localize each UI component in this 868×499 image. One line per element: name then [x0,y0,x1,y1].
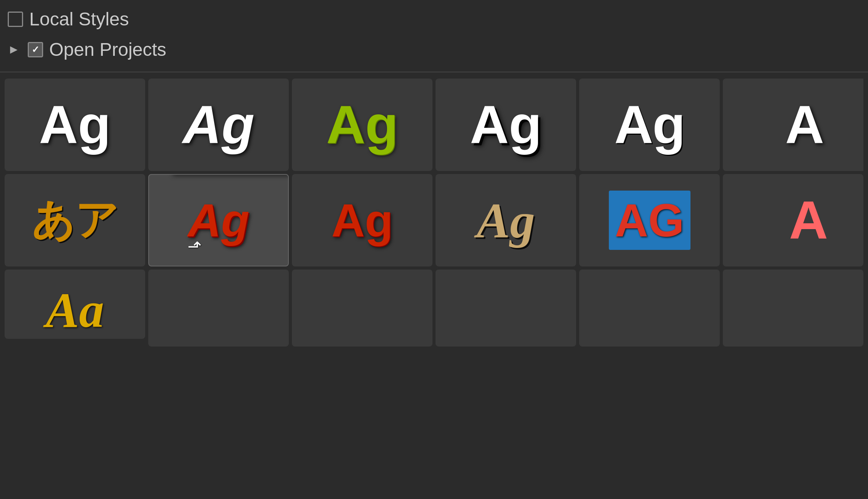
open-projects-checkbox[interactable]: ✓ [28,42,43,57]
style-preview-text: あア [32,192,119,249]
style-grid-row1: Ag Ag Ag Ag Ag A [0,75,868,174]
style-card-partial[interactable]: A [723,79,863,171]
style-preview-text: A [785,94,824,156]
tooltip-container: Set as linked style [172,174,289,174]
style-card-jp[interactable]: あア [5,174,145,266]
style-preview-text: Ag [332,194,393,247]
style-grid-row2: あア Ag Set as linked style ⬏ Ag Ag AG A [0,174,868,270]
style-card-shadow[interactable]: Ag [436,79,576,171]
style-preview-text: AG [609,191,690,250]
style-preview-text: Ag [183,94,255,156]
style-card-row3-4[interactable] [436,270,576,347]
style-preview-text: Ag [614,94,685,156]
style-card-row3-2[interactable] [148,270,289,347]
top-bar: Local Styles ► ✓ Open Projects [0,0,868,69]
local-styles-label: Local Styles [29,8,129,30]
style-card-red-italic[interactable]: Ag Set as linked style ⬏ [148,174,289,266]
style-card-blue-red[interactable]: AG [579,174,720,266]
style-card-thin-shadow[interactable]: Ag [579,79,720,171]
style-card-pink-partial[interactable]: A [723,174,863,266]
open-projects-label: Open Projects [49,39,166,60]
style-preview-text: A [789,189,828,251]
header-divider [0,72,868,72]
set-linked-style-button[interactable]: Set as linked style [172,174,289,174]
style-card-script[interactable]: Aa [5,270,145,339]
style-preview-text: Ag [326,94,398,156]
style-card-green[interactable]: Ag [292,79,432,171]
style-card-row3-6[interactable] [723,270,863,347]
local-styles-row: Local Styles [8,4,860,34]
style-preview-text: Ag [188,194,250,247]
open-projects-row: ► ✓ Open Projects [8,34,860,65]
style-preview-text: Ag [39,94,111,156]
style-preview-text: Ag [470,94,542,156]
chevron-right-icon[interactable]: ► [8,42,20,57]
check-mark-icon: ✓ [32,44,39,55]
style-card-tan[interactable]: Ag [436,174,576,266]
style-card-italic[interactable]: Ag [148,79,289,171]
style-card-plain[interactable]: Ag [5,79,145,171]
style-card-row3-5[interactable] [579,270,720,347]
local-styles-checkbox[interactable] [8,12,23,27]
style-grid-row3: Aa [0,270,868,350]
style-preview-text: Ag [477,191,535,249]
style-card-red-bold[interactable]: Ag [292,174,432,266]
style-preview-text: Aa [46,281,104,339]
style-card-row3-3[interactable] [292,270,432,347]
